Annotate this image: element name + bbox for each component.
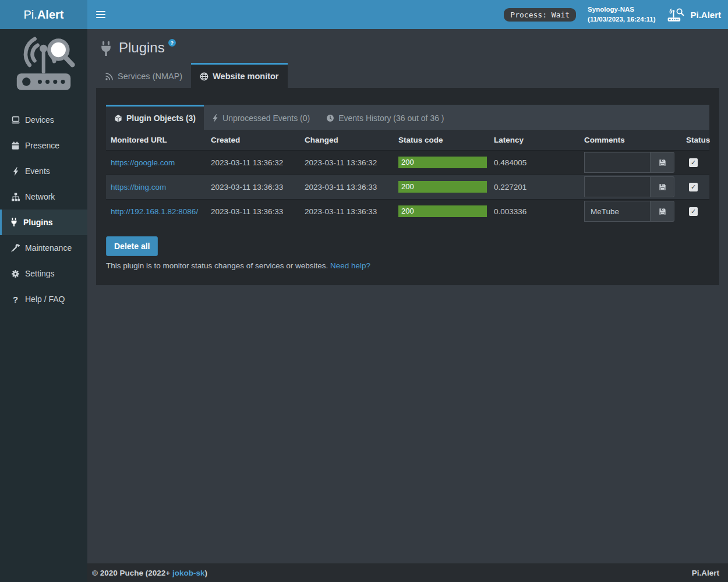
save-comment-button[interactable] <box>651 201 674 222</box>
pialert-app: Pi.Alert Process: Wait Synology-NAS (11/… <box>0 0 728 582</box>
monitored-url-link[interactable]: https://bing.com <box>111 183 166 191</box>
tab-label: Plugin Objects (3) <box>126 113 196 123</box>
status-checkbox[interactable]: ✓ <box>689 183 698 191</box>
pialert-logo <box>0 29 87 101</box>
save-comment-button[interactable] <box>651 152 674 173</box>
host-name: Synology-NAS <box>588 5 655 15</box>
sitemap-icon <box>10 193 20 201</box>
tab-unprocessed-events[interactable]: Unprocessed Events (0) <box>204 105 318 130</box>
brand-suffix: Alert <box>37 8 64 22</box>
status-code-bar: 200 <box>398 205 487 217</box>
router-scan-icon <box>667 7 685 23</box>
sidebar: Devices Presence Events <box>0 29 87 582</box>
table-row: http://192.168.1.82:8086/ 2023-03-11 13:… <box>106 199 709 223</box>
brand-prefix: Pi. <box>24 8 37 22</box>
status-code-bar: 200 <box>398 157 487 168</box>
laptop-icon <box>10 115 20 125</box>
sidebar-menu: Devices Presence Events <box>0 107 87 312</box>
table-row: https://google.com 2023-03-11 13:36:32 2… <box>106 150 709 175</box>
page-help-badge[interactable]: ? <box>168 39 176 47</box>
footer-copyright: © 2020 Puche (2022+ jokob-sk) <box>92 569 207 577</box>
col-changed: Changed <box>300 130 394 150</box>
page-header: Plugins ? <box>99 38 719 57</box>
globe-icon <box>200 72 208 81</box>
navbar-app-name: Pi.Alert <box>690 10 721 20</box>
save-comment-button[interactable] <box>651 176 674 197</box>
sidebar-item-label: Devices <box>25 115 54 125</box>
monitored-url-link[interactable]: http://192.168.1.82:8086/ <box>111 207 198 216</box>
sidebar-item-label: Presence <box>25 141 59 150</box>
tab-services-nmap[interactable]: Services (NMAP) <box>96 63 191 88</box>
monitored-urls-table: Monitored URL Created Changed Status cod… <box>106 130 709 223</box>
sidebar-item-network[interactable]: Network <box>0 184 87 210</box>
sidebar-item-events[interactable]: Events <box>0 158 87 184</box>
created-cell: 2023-03-11 13:36:33 <box>206 175 300 199</box>
sidebar-item-label: Settings <box>25 269 55 278</box>
clock-icon <box>326 114 334 122</box>
sidebar-item-presence[interactable]: Presence <box>0 133 87 158</box>
table-header-row: Monitored URL Created Changed Status cod… <box>106 130 709 150</box>
sidebar-item-label: Plugins <box>23 218 53 227</box>
comment-input[interactable] <box>584 176 651 197</box>
sidebar-item-label: Network <box>25 192 55 201</box>
col-status-code: Status code <box>394 130 489 150</box>
plug-icon <box>9 218 19 227</box>
tab-label: Website monitor <box>213 72 278 81</box>
col-monitored-url: Monitored URL <box>106 130 206 150</box>
delete-all-button[interactable]: Delete all <box>106 236 158 256</box>
changed-cell: 2023-03-11 13:36:32 <box>300 150 394 175</box>
sidebar-item-plugins[interactable]: Plugins <box>0 210 87 235</box>
brand-logo[interactable]: Pi.Alert <box>0 0 87 29</box>
navbar-right: Process: Wait Synology-NAS (11/03/2023, … <box>504 5 728 24</box>
col-latency: Latency <box>489 130 579 150</box>
sidebar-item-settings[interactable]: Settings <box>0 261 87 286</box>
created-cell: 2023-03-11 13:36:33 <box>206 199 300 223</box>
tab-label: Services (NMAP) <box>118 72 182 81</box>
page-title: Plugins <box>119 38 165 57</box>
status-checkbox[interactable]: ✓ <box>689 207 698 216</box>
question-icon: ? <box>10 294 20 304</box>
floppy-save-icon <box>658 207 667 216</box>
top-navbar: Pi.Alert Process: Wait Synology-NAS (11/… <box>0 0 728 29</box>
latency-cell: 0.484005 <box>489 150 579 175</box>
status-checkbox[interactable]: ✓ <box>689 158 698 167</box>
sidebar-item-label: Help / FAQ <box>25 294 65 304</box>
content-area: Plugins ? Services (NMAP) Websit <box>87 29 728 563</box>
cube-icon <box>114 114 122 123</box>
created-cell: 2023-03-11 13:36:32 <box>206 150 300 175</box>
tab-website-monitor[interactable]: Website monitor <box>191 63 287 88</box>
col-comments: Comments <box>579 130 681 150</box>
sidebar-item-label: Maintenance <box>25 243 72 253</box>
website-monitor-panel: Plugin Objects (3) Unprocessed Events (0… <box>96 88 719 285</box>
status-code-bar: 200 <box>398 181 487 193</box>
wrench-icon <box>10 244 20 253</box>
table-row: https://bing.com 2023-03-11 13:36:33 202… <box>106 175 709 199</box>
sidebar-item-maintenance[interactable]: Maintenance <box>0 235 87 261</box>
monitored-url-link[interactable]: https://google.com <box>111 158 175 167</box>
comment-input[interactable] <box>584 152 651 173</box>
satellite-dish-icon <box>105 72 114 81</box>
author-link[interactable]: jokob-sk <box>172 569 205 577</box>
process-status-badge: Process: Wait <box>504 8 576 22</box>
bolt-icon <box>212 114 218 122</box>
navbar-app-title: Pi.Alert <box>667 7 721 23</box>
comment-input[interactable] <box>584 201 651 222</box>
plug-icon <box>99 38 113 57</box>
sidebar-item-label: Events <box>25 166 50 176</box>
host-time: (11/03/2023, 16:24:11) <box>588 15 655 24</box>
plugin-tabs: Services (NMAP) Website monitor <box>96 63 719 88</box>
plugin-help-text: This plugin is to monitor status changes… <box>106 261 709 270</box>
tab-events-history[interactable]: Events History (36 out of 36 ) <box>318 105 452 130</box>
col-created: Created <box>206 130 300 150</box>
plugin-inner-tabs: Plugin Objects (3) Unprocessed Events (0… <box>106 105 709 130</box>
bolt-icon <box>10 167 20 176</box>
changed-cell: 2023-03-11 13:36:33 <box>300 199 394 223</box>
sidebar-toggle-icon[interactable] <box>87 0 114 29</box>
sidebar-item-devices[interactable]: Devices <box>0 107 87 133</box>
floppy-save-icon <box>658 183 667 191</box>
sidebar-item-help[interactable]: ? Help / FAQ <box>0 286 87 312</box>
tab-label: Unprocessed Events (0) <box>222 113 310 123</box>
tab-plugin-objects[interactable]: Plugin Objects (3) <box>106 105 204 130</box>
footer: © 2020 Puche (2022+ jokob-sk) Pi.Alert <box>87 563 728 582</box>
need-help-link[interactable]: Need help? <box>330 261 370 270</box>
